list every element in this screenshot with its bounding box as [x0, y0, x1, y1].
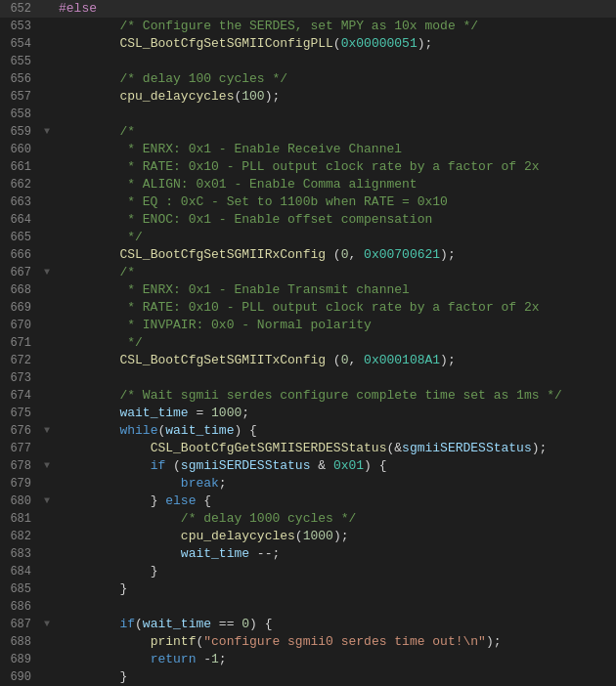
code-content: * ALIGN: 0x01 - Enable Comma alignment [55, 176, 616, 193]
line-number: 680 [0, 493, 39, 510]
line-number: 690 [0, 668, 39, 686]
token-plain [59, 493, 151, 508]
code-content: /* [55, 123, 616, 141]
token-str: "configure sgmii0 serdes time out!\n" [203, 634, 486, 649]
code-line: 683 wait_time --; [0, 545, 616, 563]
line-number: 684 [0, 563, 39, 580]
fold-icon[interactable]: ▼ [39, 616, 55, 633]
code-line: 673 [0, 369, 616, 387]
token-cm: */ [127, 335, 143, 350]
line-number: 685 [0, 580, 39, 598]
token-cm: * ENOC: 0x1 - Enable offset compensation [127, 212, 432, 227]
token-plain: } [119, 669, 127, 684]
token-cm: /* Wait sgmii serdes configure complete … [119, 388, 561, 403]
line-number: 652 [0, 0, 39, 18]
code-content: } [55, 563, 616, 580]
line-number: 658 [0, 106, 39, 123]
token-plain: } [151, 564, 158, 579]
token-var: sgmiiSERDESStatus [181, 458, 311, 473]
fold-icon[interactable]: ▼ [39, 264, 55, 281]
token-plain [59, 388, 119, 403]
token-plain: } [151, 493, 166, 508]
line-number: 687 [0, 616, 39, 633]
token-num: 1000 [211, 406, 242, 420]
token-macro: #else [59, 1, 97, 16]
token-plain [59, 669, 119, 684]
fold-icon[interactable]: ▼ [39, 123, 55, 141]
fold-icon[interactable]: ▼ [39, 493, 55, 510]
token-plain [59, 300, 127, 315]
token-plain [59, 617, 119, 631]
token-plain [59, 318, 127, 332]
token-plain [59, 564, 151, 579]
line-number: 673 [0, 369, 39, 387]
line-number: 665 [0, 229, 39, 246]
code-line: 666 CSL_BootCfgSetSGMIIRxConfig (0, 0x00… [0, 246, 616, 264]
code-line: 672 CSL_BootCfgSetSGMIITxConfig (0, 0x00… [0, 352, 616, 369]
code-content: /* delay 100 cycles */ [55, 70, 616, 88]
code-line: 660 * ENRX: 0x1 - Enable Receive Channel [0, 141, 616, 158]
token-hex: 0x000108A1 [364, 353, 440, 367]
code-line: 669 * RATE: 0x10 - PLL output clock rate… [0, 299, 616, 317]
token-plain: ); [440, 247, 456, 262]
code-content: */ [55, 229, 616, 246]
line-number: 662 [0, 176, 39, 193]
code-line: 682 cpu_delaycycles(1000); [0, 528, 616, 545]
token-fn: cpu_delaycycles [119, 89, 234, 104]
code-content: * ENOC: 0x1 - Enable offset compensation [55, 211, 616, 229]
line-number: 681 [0, 510, 39, 528]
token-fn: CSL_BootCfgSetSGMIIRxConfig [119, 247, 326, 262]
token-fn: CSL_BootCfgGetSGMIISERDESStatus [151, 441, 387, 455]
token-kw: else [165, 493, 196, 508]
code-content: cpu_delaycycles(1000); [55, 528, 616, 545]
token-fn: cpu_delaycycles [181, 529, 295, 543]
code-line: 670 * INVPAIR: 0x0 - Normal polarity [0, 317, 616, 334]
code-content: } [55, 580, 616, 598]
code-content: CSL_BootCfgSetSGMIITxConfig (0, 0x000108… [55, 352, 616, 369]
code-line: 652 #else [0, 0, 616, 18]
line-number: 675 [0, 405, 39, 422]
code-line: 680▼ } else { [0, 493, 616, 510]
token-plain: ; [219, 652, 227, 666]
token-plain [59, 177, 127, 192]
code-line: 667▼ /* [0, 264, 616, 281]
token-cm: * ENRX: 0x1 - Enable Transmit channel [127, 282, 410, 297]
token-plain: ); [333, 529, 349, 543]
code-line: 671 */ [0, 334, 616, 352]
token-cm: * EQ : 0xC - Set to 1100b when RATE = 0x… [127, 194, 448, 209]
token-plain: ); [440, 353, 456, 367]
token-num: 1000 [303, 529, 333, 543]
token-num: 0 [242, 617, 249, 631]
token-plain [59, 282, 127, 297]
token-plain: --; [249, 546, 280, 561]
code-line: 661 * RATE: 0x10 - PLL output clock rate… [0, 158, 616, 176]
code-line: 689 return -1; [0, 651, 616, 668]
token-plain: ) { [234, 423, 256, 438]
code-line: 653 /* Configure the SERDES, set MPY as … [0, 18, 616, 35]
code-line: 664 * ENOC: 0x1 - Enable offset compensa… [0, 211, 616, 229]
code-line: 681 /* delay 1000 cycles */ [0, 510, 616, 528]
token-plain: { [196, 493, 211, 508]
token-plain [59, 458, 151, 473]
code-content: /* delay 1000 cycles */ [55, 510, 616, 528]
line-number: 669 [0, 299, 39, 317]
line-number: 682 [0, 528, 39, 545]
line-number: 671 [0, 334, 39, 352]
code-line: 688 printf("configure sgmii0 serdes time… [0, 633, 616, 651]
code-content: wait_time = 1000; [55, 405, 616, 422]
token-kw: while [119, 423, 157, 438]
code-line: 656 /* delay 100 cycles */ [0, 70, 616, 88]
line-number: 683 [0, 545, 39, 563]
code-content: */ [55, 334, 616, 352]
token-plain: ( [333, 36, 341, 51]
code-content: #else [55, 0, 616, 18]
code-content: * ENRX: 0x1 - Enable Receive Channel [55, 141, 616, 158]
fold-icon[interactable]: ▼ [39, 422, 55, 440]
code-editor: 652 #else653 /* Configure the SERDES, se… [0, 0, 616, 686]
fold-icon[interactable]: ▼ [39, 457, 55, 475]
token-plain: } [119, 581, 127, 596]
token-hex: 0x00700621 [364, 247, 440, 262]
token-plain [59, 529, 181, 543]
code-line: 684 } [0, 563, 616, 580]
token-plain: ); [532, 441, 548, 455]
